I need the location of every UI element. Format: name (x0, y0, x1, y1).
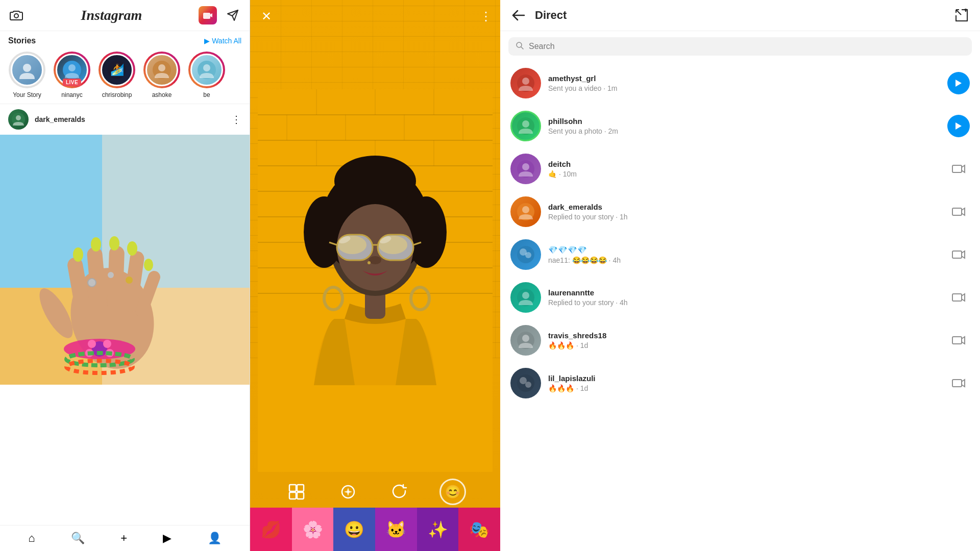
svg-point-75 (368, 261, 371, 264)
story-viewer-panel: ✕ ⋮ (250, 0, 500, 551)
svg-point-91 (522, 78, 529, 85)
filter-lips[interactable]: 💋 (250, 508, 292, 551)
your-story-avatar (11, 54, 43, 86)
chrisrobinp-story-ring: 🏄 (99, 52, 135, 88)
message-content-lil-lapislazuli: lil_lapislazuli 🔥🔥🔥 · 1d (548, 374, 940, 392)
story-item-be[interactable]: be (188, 52, 226, 98)
svg-point-10 (203, 64, 210, 71)
message-list: amethyst_grl Sent you a video · 1m phill… (500, 62, 980, 551)
svg-rect-113 (952, 380, 962, 387)
feed-panel: Instagram Stories ▶ Watch All (0, 0, 250, 551)
bottom-nav: ⌂ 🔍 + ▶ 👤 (0, 525, 250, 551)
svg-rect-79 (297, 485, 304, 491)
message-item-dark-emeralds[interactable]: dark_emeralds Replied to your story · 1h (500, 190, 980, 233)
svg-rect-109 (952, 337, 962, 344)
ashoke-avatar-wrapper (143, 52, 180, 88)
username-deitch: deitch (548, 160, 940, 168)
camera-button-laurenanntte[interactable] (947, 286, 970, 309)
svg-point-93 (522, 120, 529, 128)
story-person-image (250, 41, 500, 520)
chrisrobinp-avatar-wrapper: 🏄 (99, 52, 135, 88)
message-item-amethyst-grl[interactable]: amethyst_grl Sent you a video · 1m (500, 62, 980, 105)
svg-point-4 (68, 64, 76, 71)
username-dark-emeralds: dark_emeralds (548, 203, 940, 211)
svg-point-28 (88, 340, 96, 348)
be-story-ring (188, 52, 225, 88)
effects-button[interactable] (336, 480, 360, 504)
svg-rect-80 (289, 492, 296, 499)
avatar-phillsohn (510, 111, 541, 141)
rotate-button[interactable] (388, 480, 412, 504)
post-header: dark_emeralds ⋮ (0, 104, 250, 135)
direct-messages-button[interactable] (225, 7, 241, 23)
post-username: dark_emeralds (35, 115, 225, 123)
message-item-deitch[interactable]: deitch 🤙 · 10m (500, 147, 980, 190)
post-image (0, 135, 250, 385)
ashoke-story-ring (143, 52, 180, 88)
post-avatar[interactable] (8, 109, 29, 130)
igtv-button[interactable] (199, 6, 217, 24)
nav-search[interactable]: 🔍 (71, 532, 85, 545)
play-button-phillsohn[interactable] (947, 115, 970, 137)
avatar-deitch (510, 154, 541, 184)
svg-rect-103 (952, 251, 962, 258)
message-content-nae11: 💎💎💎💎 nae11: 😂😂😂😂 · 4h (548, 245, 940, 264)
search-input[interactable] (529, 42, 965, 51)
filter-emoji-face[interactable]: 😀 (333, 508, 375, 551)
story-username-your-story: Your Story (13, 91, 41, 98)
message-item-lil-lapislazuli[interactable]: lil_lapislazuli 🔥🔥🔥 · 1d (500, 362, 980, 405)
face-filter-button[interactable]: 😊 (439, 479, 466, 505)
nav-profile[interactable]: 👤 (208, 532, 222, 545)
story-item-ninanyc[interactable]: LIVE ninanyc (53, 52, 91, 98)
message-item-laurenanntte[interactable]: laurenanntte Replied to your story · 4h (500, 276, 980, 319)
watch-all-button[interactable]: ▶ Watch All (204, 37, 241, 45)
filter-flowers[interactable]: 🌸 (292, 508, 334, 551)
svg-text:🏄: 🏄 (110, 63, 125, 77)
your-story-ring (9, 52, 45, 88)
story-item-ashoke[interactable]: ashoke (143, 52, 181, 98)
avatar-laurenanntte (510, 282, 541, 313)
story-more-button[interactable]: ⋮ (480, 9, 492, 23)
nav-home[interactable]: ⌂ (28, 532, 35, 545)
post-more-button[interactable]: ⋮ (231, 113, 241, 126)
svg-rect-81 (297, 492, 304, 499)
svg-point-98 (522, 206, 529, 213)
camera-button-travis-shreds18[interactable] (947, 329, 970, 352)
story-close-button[interactable]: ✕ (258, 8, 275, 24)
message-content-phillsohn: phillsohn Sent you a photo · 2m (548, 117, 940, 135)
new-message-button[interactable] (953, 7, 970, 23)
your-story-avatar-wrapper (9, 52, 45, 88)
story-item-chrisrobinp[interactable]: 🏄 chrisrobinp (98, 52, 136, 98)
nav-add[interactable]: + (120, 532, 127, 545)
message-item-nae11[interactable]: 💎💎💎💎 nae11: 😂😂😂😂 · 4h (500, 233, 980, 276)
story-item-your-story[interactable]: Your Story (8, 52, 46, 98)
filter-sparkle[interactable]: ✨ (417, 508, 459, 551)
svg-point-105 (522, 292, 529, 299)
username-lil-lapislazuli: lil_lapislazuli (548, 374, 940, 383)
filter-last[interactable]: 🎭 (458, 508, 500, 551)
be-avatar (190, 54, 223, 86)
message-content-travis-shreds18: travis_shreds18 🔥🔥🔥 · 1d (548, 331, 940, 349)
search-bar[interactable] (508, 37, 972, 56)
back-button[interactable] (510, 7, 527, 23)
message-item-travis-shreds18[interactable]: travis_shreds18 🔥🔥🔥 · 1d (500, 319, 980, 362)
play-button-amethyst-grl[interactable] (947, 72, 970, 94)
camera-button-lil-lapislazuli[interactable] (947, 372, 970, 394)
camera-button-dark-emeralds[interactable] (947, 201, 970, 223)
svg-point-8 (158, 64, 165, 71)
camera-button-deitch[interactable] (947, 158, 970, 180)
feed-header: Instagram (0, 0, 250, 31)
direct-title: Direct (535, 9, 945, 22)
story-username-be: be (203, 91, 210, 98)
message-content-amethyst-grl: amethyst_grl Sent you a video · 1m (548, 74, 940, 92)
svg-rect-106 (952, 294, 962, 301)
image-select-button[interactable] (284, 480, 309, 504)
message-item-phillsohn[interactable]: phillsohn Sent you a photo · 2m (500, 105, 980, 147)
stories-bar: Stories ▶ Watch All Your Story (0, 31, 250, 104)
be-avatar-wrapper (188, 52, 225, 88)
nav-reels[interactable]: ▶ (163, 532, 172, 545)
camera-button-nae11[interactable] (947, 243, 970, 266)
svg-rect-99 (952, 208, 962, 215)
filter-cat[interactable]: 🐱 (375, 508, 417, 551)
camera-button[interactable] (8, 7, 24, 23)
